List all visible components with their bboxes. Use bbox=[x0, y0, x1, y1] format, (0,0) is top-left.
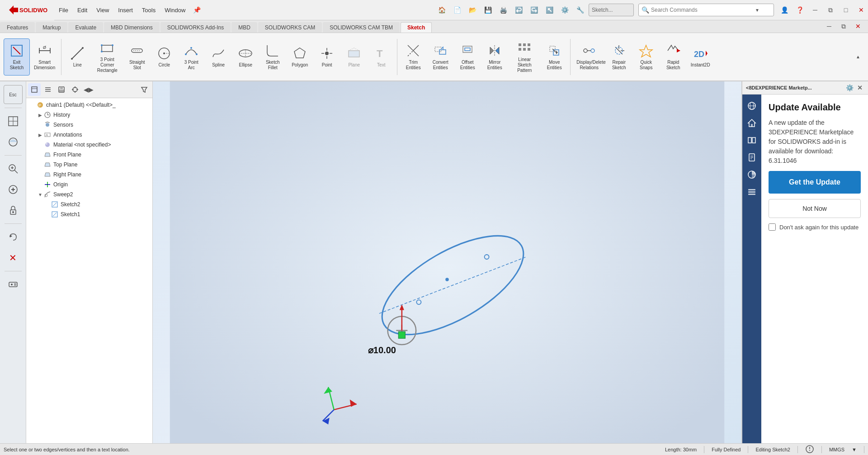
tree-item-top-plane[interactable]: Top Plane bbox=[35, 160, 151, 170]
tab-features[interactable]: Features bbox=[0, 22, 35, 33]
select-icon[interactable]: ↖️ bbox=[542, 3, 556, 17]
rapid-sketch-btn[interactable]: RapidSketch bbox=[660, 38, 686, 76]
ribbon-minimize-btn[interactable]: ─ bbox=[823, 20, 835, 33]
smart-dimension-btn[interactable]: Ø SmartDimension bbox=[31, 38, 58, 76]
tab-evaluate[interactable]: Evaluate bbox=[68, 22, 103, 33]
sidebar-zoom-btn[interactable] bbox=[4, 159, 23, 178]
tree-item-sensors[interactable]: Sensors bbox=[35, 120, 151, 130]
window-minimize-btn[interactable]: ─ bbox=[808, 3, 822, 17]
instant2d-btn[interactable]: 2D Instant2D bbox=[687, 38, 713, 76]
tree-root-item[interactable]: P chain1 (Default) <<Default>_ bbox=[28, 100, 151, 110]
menu-insert[interactable]: Insert bbox=[113, 1, 137, 19]
ribbon-close-btn[interactable]: ✕ bbox=[852, 20, 864, 33]
exit-sketch-btn[interactable]: ExitSketch bbox=[4, 38, 30, 76]
ellipse-btn[interactable]: Ellipse bbox=[232, 38, 259, 76]
open-icon[interactable]: 📂 bbox=[466, 3, 479, 17]
plane-btn[interactable]: Plane bbox=[341, 38, 367, 76]
circle-btn[interactable]: Circle bbox=[151, 38, 177, 76]
tree-item-sketch1[interactable]: Sketch1 bbox=[42, 209, 151, 219]
tree-model-tab[interactable] bbox=[28, 83, 41, 96]
ribbon-collapse-btn[interactable]: ▲ bbox=[852, 51, 864, 63]
tree-item-right-plane[interactable]: Right Plane bbox=[35, 170, 151, 180]
tree-filter-btn[interactable] bbox=[138, 83, 151, 96]
pin-icon[interactable]: 📌 bbox=[190, 3, 203, 17]
tree-list-tab[interactable] bbox=[42, 83, 54, 96]
trim-entities-btn[interactable]: TrimEntities bbox=[400, 38, 426, 76]
tree-arrow-tab[interactable]: ◀▶ bbox=[82, 83, 95, 96]
sidebar-section-view-btn[interactable] bbox=[4, 133, 23, 152]
tree-expand-sensors[interactable] bbox=[37, 122, 43, 128]
display-delete-relations-btn[interactable]: Display/DeleteRelations bbox=[573, 38, 605, 76]
tree-item-front-plane[interactable]: Front Plane bbox=[35, 150, 151, 160]
tree-expand-sketch1[interactable] bbox=[44, 211, 51, 218]
options-icon[interactable]: 🔧 bbox=[573, 3, 587, 17]
menu-file[interactable]: File bbox=[54, 1, 73, 19]
not-now-button[interactable]: Not Now bbox=[769, 199, 861, 218]
line-btn[interactable]: Line bbox=[64, 38, 90, 76]
tab-mbd-dimensions[interactable]: MBD Dimensions bbox=[104, 22, 160, 33]
tab-solidworks-addins[interactable]: SOLIDWORKS Add-Ins bbox=[160, 22, 231, 33]
rp-nav-doc-btn[interactable] bbox=[744, 150, 760, 165]
menu-view[interactable]: View bbox=[92, 1, 113, 19]
search-dropdown-icon[interactable]: ▼ bbox=[750, 3, 764, 17]
offset-entities-btn[interactable]: OffsetEntities bbox=[454, 38, 481, 76]
dont-ask-checkbox[interactable] bbox=[769, 223, 776, 231]
rebuild-icon[interactable]: ⚙️ bbox=[558, 3, 571, 17]
tree-expand-history[interactable]: ▶ bbox=[37, 112, 43, 118]
linear-sketch-pattern-btn[interactable]: Linear SketchPattern bbox=[509, 38, 540, 76]
quick-snaps-btn[interactable]: QuickSnaps bbox=[633, 38, 659, 76]
print-icon[interactable]: 🖨️ bbox=[496, 3, 510, 17]
sidebar-close-red-btn[interactable]: ✕ bbox=[4, 248, 23, 267]
ribbon-restore-btn[interactable]: ⧉ bbox=[837, 20, 850, 33]
sidebar-extra-btn[interactable] bbox=[4, 275, 23, 294]
tree-expand-sweep2[interactable]: ▼ bbox=[37, 191, 43, 198]
tree-item-sweep2[interactable]: ▼ Sweep2 bbox=[35, 190, 151, 199]
sidebar-view-orient-btn[interactable] bbox=[4, 112, 23, 131]
repair-sketch-btn[interactable]: RepairSketch bbox=[606, 38, 632, 76]
rp-nav-globe-btn[interactable] bbox=[744, 98, 760, 114]
convert-entities-btn[interactable]: ConvertEntities bbox=[427, 38, 453, 76]
tree-save-tab[interactable] bbox=[55, 83, 68, 96]
sidebar-esc-btn[interactable]: Esc bbox=[4, 85, 23, 104]
tree-expand-sketch2[interactable] bbox=[44, 201, 51, 208]
tab-sw-cam[interactable]: SOLIDWORKS CAM bbox=[258, 22, 322, 33]
polygon-btn[interactable]: Polygon bbox=[287, 38, 313, 76]
menu-tools[interactable]: Tools bbox=[137, 1, 160, 19]
user-icon[interactable]: 👤 bbox=[778, 3, 791, 17]
tree-expand-origin[interactable] bbox=[37, 181, 43, 188]
tab-mbd[interactable]: MBD bbox=[231, 22, 257, 33]
tree-expand-root[interactable] bbox=[30, 102, 36, 108]
save-icon[interactable]: 💾 bbox=[481, 3, 495, 17]
rp-settings-btn[interactable]: ⚙️ bbox=[844, 84, 855, 91]
tree-item-origin[interactable]: Origin bbox=[35, 180, 151, 190]
sidebar-add-btn[interactable] bbox=[4, 180, 23, 199]
new-doc-icon[interactable]: 📄 bbox=[450, 3, 464, 17]
menu-edit[interactable]: Edit bbox=[73, 1, 92, 19]
tree-item-history[interactable]: ▶ History bbox=[35, 110, 151, 120]
help-icon[interactable]: ❓ bbox=[793, 3, 807, 17]
tree-expand-annotations[interactable]: ▶ bbox=[37, 132, 43, 138]
move-entities-btn[interactable]: MoveEntities bbox=[541, 38, 567, 76]
rp-nav-chart-btn[interactable] bbox=[744, 167, 760, 182]
rp-nav-list-btn[interactable] bbox=[744, 184, 760, 199]
tree-expand-material[interactable] bbox=[37, 142, 43, 148]
window-maximize-btn[interactable]: □ bbox=[839, 3, 853, 17]
rp-nav-home-btn[interactable] bbox=[744, 115, 760, 131]
3pt-corner-rect-btn[interactable]: 3 Point CornerRectangle bbox=[91, 38, 123, 76]
home-icon[interactable]: 🏠 bbox=[435, 3, 448, 17]
search-bar[interactable]: 🔍 ▼ bbox=[638, 4, 774, 16]
window-restore-btn[interactable]: ⧉ bbox=[824, 3, 837, 17]
tree-expand-right-plane[interactable] bbox=[37, 171, 43, 178]
mirror-entities-btn[interactable]: MirrorEntities bbox=[481, 38, 508, 76]
3pt-arc-btn[interactable]: 3 PointArc bbox=[178, 38, 204, 76]
point-btn[interactable]: Point bbox=[314, 38, 340, 76]
status-units-drop[interactable]: ▼ bbox=[852, 447, 857, 452]
rp-nav-column-btn[interactable] bbox=[744, 133, 760, 148]
undo-icon[interactable]: ↩️ bbox=[512, 3, 525, 17]
rp-close-btn[interactable]: ✕ bbox=[855, 84, 864, 91]
tree-expand-top-plane[interactable] bbox=[37, 161, 43, 168]
tree-crosshair-tab[interactable] bbox=[69, 83, 81, 96]
tree-expand-front-plane[interactable] bbox=[37, 152, 43, 158]
straight-slot-btn[interactable]: StraightSlot bbox=[124, 38, 150, 76]
get-update-button[interactable]: Get the Update bbox=[769, 171, 861, 194]
